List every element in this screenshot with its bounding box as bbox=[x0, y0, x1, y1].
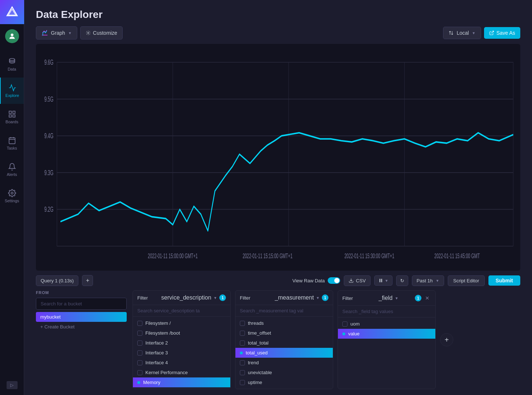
svg-text:9.5G: 9.5G bbox=[44, 95, 53, 103]
filter-item[interactable]: uom bbox=[338, 319, 435, 329]
user-avatar[interactable] bbox=[0, 24, 24, 48]
pause-dropdown-arrow: ▼ bbox=[385, 279, 388, 283]
add-filter-button[interactable]: + bbox=[440, 333, 453, 346]
filter-item[interactable]: uptime bbox=[235, 377, 333, 387]
bucket-item-mybucket[interactable]: mybucket bbox=[36, 312, 127, 322]
sidebar-item-tasks-label: Tasks bbox=[7, 146, 17, 150]
query-tab[interactable]: Query 1 (0.13s) bbox=[36, 275, 78, 286]
filter-checkbox bbox=[240, 370, 245, 375]
filter-item[interactable]: Interface 3 bbox=[133, 348, 230, 358]
svg-text:9.3G: 9.3G bbox=[44, 168, 53, 176]
filter-search-2[interactable] bbox=[235, 305, 333, 317]
customize-button[interactable]: Customize bbox=[80, 26, 123, 40]
filter-search-1[interactable] bbox=[133, 305, 230, 317]
filter-item-selected[interactable]: total_used bbox=[235, 348, 333, 358]
graph-type-dropdown[interactable]: Graph ▼ bbox=[36, 26, 77, 40]
filter-close-3[interactable]: ✕ bbox=[424, 294, 431, 302]
from-label: FROM bbox=[36, 290, 127, 295]
filter-list-1: Filesystem / Filesystem /boot Interface … bbox=[133, 317, 230, 389]
filter-field-selector-2[interactable]: _measurement ▼ bbox=[275, 294, 320, 301]
svg-point-12 bbox=[11, 192, 13, 194]
add-query-button[interactable]: + bbox=[82, 275, 93, 286]
main-toolbar: Graph ▼ Customize Local ▼ bbox=[24, 26, 532, 44]
filter-item[interactable]: threads bbox=[235, 318, 333, 328]
filter-item[interactable]: Interface 4 bbox=[133, 358, 230, 368]
pause-button[interactable]: ▼ bbox=[374, 275, 393, 286]
csv-button[interactable]: CSV bbox=[344, 275, 371, 286]
sidebar-item-explore-label: Explore bbox=[5, 93, 19, 98]
sidebar-item-boards[interactable]: Boards bbox=[0, 104, 24, 130]
sidebar-collapse-button[interactable]: ▷ bbox=[7, 381, 18, 389]
svg-rect-8 bbox=[9, 138, 15, 144]
app-logo[interactable] bbox=[0, 0, 24, 24]
svg-point-13 bbox=[88, 32, 89, 34]
csv-label: CSV bbox=[356, 278, 366, 283]
filter-panels: FROM mybucket + Create Bucket Filter ser… bbox=[24, 290, 532, 395]
filter-item[interactable]: time_offset bbox=[235, 328, 333, 338]
chart-area: 9.6G 9.5G 9.4G 9.3G 9.2G 2022-01-11 15:0… bbox=[36, 44, 520, 271]
local-label: Local bbox=[457, 30, 469, 36]
filter-checkbox bbox=[137, 360, 142, 365]
svg-rect-36 bbox=[379, 279, 380, 282]
sidebar-item-alerts[interactable]: Alerts bbox=[0, 157, 24, 183]
filter-item[interactable]: Interface 2 bbox=[133, 338, 230, 348]
filter-checkbox bbox=[137, 321, 142, 326]
filter-item[interactable]: unevictable bbox=[235, 368, 333, 377]
svg-rect-6 bbox=[9, 115, 11, 117]
filter-header-2: Filter _measurement ▼ 1 bbox=[235, 291, 333, 305]
add-icon: + bbox=[86, 277, 89, 284]
svg-text:2022-01-11 15:15:00 GMT+1: 2022-01-11 15:15:00 GMT+1 bbox=[243, 252, 293, 260]
filter-field-selector-3[interactable]: _field ▼ bbox=[379, 295, 413, 301]
refresh-button[interactable]: ↻ bbox=[396, 275, 408, 286]
graph-label: Graph bbox=[51, 30, 65, 36]
filter-field-name-2: _measurement bbox=[275, 294, 314, 301]
filter-title-1: Filter bbox=[137, 295, 159, 301]
graph-icon bbox=[41, 30, 48, 36]
filter-header-3: Filter _field ▼ 1 ✕ bbox=[338, 291, 435, 306]
filter-item[interactable]: total_total bbox=[235, 338, 333, 348]
sidebar: Data Explore Boards Tasks bbox=[0, 0, 24, 395]
sidebar-item-data[interactable]: Data bbox=[0, 51, 24, 78]
script-editor-button[interactable]: Script Editor bbox=[448, 275, 485, 286]
sidebar-item-explore[interactable]: Explore bbox=[0, 78, 24, 104]
bucket-search-input[interactable] bbox=[36, 298, 127, 310]
svg-line-14 bbox=[491, 31, 493, 33]
filter-item[interactable]: trend bbox=[235, 358, 333, 368]
submit-button[interactable]: Submit bbox=[488, 275, 520, 286]
filter-item[interactable]: Filesystem /boot bbox=[133, 328, 230, 338]
filter-item-selected[interactable]: Memory bbox=[133, 377, 230, 387]
sidebar-bottom: ▷ bbox=[0, 381, 24, 395]
submit-label: Submit bbox=[496, 278, 513, 283]
filter-checkbox bbox=[137, 341, 142, 346]
create-bucket-label: + Create Bucket bbox=[40, 324, 75, 330]
save-as-button[interactable]: Save As bbox=[484, 27, 520, 39]
filter-field-selector-1[interactable]: service_description ▼ bbox=[161, 294, 217, 301]
sidebar-item-settings[interactable]: Settings bbox=[0, 183, 24, 209]
filter-list-2: threads time_offset total_total total_us… bbox=[235, 317, 333, 389]
bucket-name: mybucket bbox=[40, 314, 61, 320]
sidebar-item-data-label: Data bbox=[8, 67, 16, 71]
filter-search-3[interactable] bbox=[338, 306, 435, 317]
graph-dropdown-arrow: ▼ bbox=[68, 31, 72, 35]
filter-checkbox bbox=[137, 370, 142, 375]
filter-checkbox bbox=[137, 350, 142, 356]
filter-item-selected[interactable]: value bbox=[338, 329, 435, 339]
time-range-arrow: ▼ bbox=[436, 279, 439, 283]
filter-item[interactable]: Kernel Performance bbox=[133, 368, 230, 377]
filter-checkbox bbox=[342, 321, 347, 327]
filter-selected-dot bbox=[342, 332, 345, 335]
create-bucket-button[interactable]: + Create Bucket bbox=[36, 322, 127, 332]
filter-badge-1: 1 bbox=[219, 294, 226, 301]
time-range-selector[interactable]: Past 1h ▼ bbox=[412, 275, 444, 286]
svg-text:2022-01-11 15:00:00 GMT+1: 2022-01-11 15:00:00 GMT+1 bbox=[148, 252, 198, 260]
line-chart: 9.6G 9.5G 9.4G 9.3G 9.2G 2022-01-11 15:0… bbox=[36, 44, 520, 271]
svg-rect-5 bbox=[12, 111, 15, 113]
local-dropdown[interactable]: Local ▼ bbox=[443, 27, 481, 39]
sort-icon bbox=[449, 30, 454, 35]
filter-item[interactable]: Filesystem / bbox=[133, 318, 230, 328]
sidebar-item-alerts-label: Alerts bbox=[7, 172, 17, 177]
customize-label: Customize bbox=[93, 30, 117, 36]
sidebar-item-tasks[interactable]: Tasks bbox=[0, 130, 24, 157]
view-raw-data-toggle[interactable] bbox=[328, 277, 340, 284]
local-dropdown-arrow: ▼ bbox=[472, 31, 476, 35]
